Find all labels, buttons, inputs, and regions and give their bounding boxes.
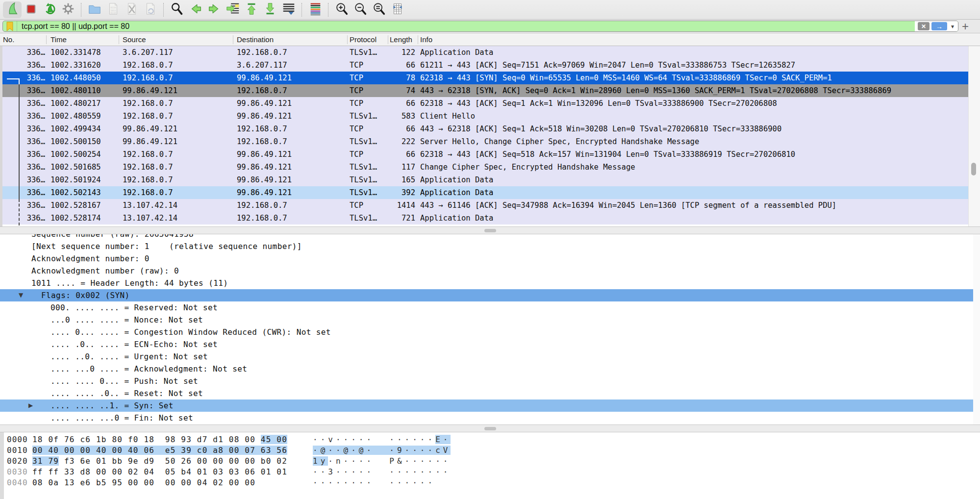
detail-text: ...0 .... .... = Nonce: Not set — [50, 314, 203, 326]
column-divider[interactable] — [233, 35, 233, 44]
column-header-no[interactable]: No. — [3, 35, 14, 44]
hex-row[interactable]: 0030ff ff 33 d8 00 00 02 04 05 b4 01 03 … — [0, 467, 980, 477]
packet-row[interactable]: 336…1002.50015099.86.49.121192.168.0.7TL… — [0, 135, 969, 148]
close-file-button[interactable] — [123, 1, 141, 18]
packet-row[interactable]: 336…1002.3314783.6.207.117192.168.0.7TLS… — [0, 46, 969, 59]
detail-line[interactable]: .... ...0 .... = Acknowledgment: Not set — [0, 363, 980, 375]
detail-line[interactable]: .... .... ...0 = Fin: Not set — [0, 412, 980, 424]
packet-row[interactable]: 336…1002.448050192.168.0.799.86.49.121TC… — [0, 72, 969, 84]
cell-dst: 99.86.49.121 — [237, 72, 292, 84]
toolbar: 011010110110 — [0, 0, 980, 20]
pane-splitter[interactable] — [0, 226, 980, 234]
column-divider[interactable] — [119, 35, 119, 44]
colorize-button[interactable] — [306, 1, 325, 18]
hex-ascii[interactable]: ··3····· ········ — [313, 467, 451, 477]
find-packet-button[interactable] — [168, 1, 186, 18]
packet-row[interactable]: 336…1002.480217192.168.0.799.86.49.121TC… — [0, 97, 969, 110]
reload-file-button[interactable] — [141, 1, 160, 18]
packet-row[interactable]: 336…1002.502143192.168.0.799.86.49.121TL… — [0, 186, 969, 199]
splitter-grip-icon[interactable] — [484, 229, 496, 232]
column-divider[interactable] — [46, 35, 47, 44]
hex-ascii[interactable]: ········ ······ — [313, 477, 435, 488]
column-header-length[interactable]: Length — [390, 35, 412, 44]
filter-bookmark-icon[interactable] — [3, 21, 17, 31]
hex-bytes[interactable]: 18 0f 76 c6 1b 80 f0 18 98 93 d7 d1 08 0… — [32, 434, 287, 445]
go-first-packet-button[interactable] — [242, 1, 261, 18]
hex-row[interactable]: 001000 40 00 00 40 00 40 06 e5 39 c0 a8 … — [0, 445, 980, 456]
window-left-edge — [0, 46, 2, 226]
hex-bytes[interactable]: 31 79 f3 6e 01 bb 9e d9 50 26 00 00 00 0… — [32, 456, 287, 467]
packet-row[interactable]: 336…1002.501924192.168.0.799.86.49.121TL… — [0, 174, 969, 186]
filter-dropdown-chevron-icon[interactable]: ▾ — [949, 23, 954, 30]
hex-row[interactable]: 000018 0f 76 c6 1b 80 f0 18 98 93 d7 d1 … — [0, 434, 980, 445]
detail-line[interactable]: [Next sequence number: 1 (relative seque… — [0, 240, 980, 252]
detail-line[interactable]: .... ..0. .... = Urgent: Not set — [0, 350, 980, 363]
hex-bytes[interactable]: ff ff 33 d8 00 00 02 04 05 b4 01 03 03 0… — [32, 467, 287, 477]
filter-clear-button[interactable]: ✕ — [918, 22, 930, 30]
packet-list-scrollbar-track[interactable] — [968, 46, 980, 226]
packet-row[interactable]: 336…1002.331620192.168.0.73.6.207.117TCP… — [0, 59, 969, 72]
cell-time: 1002.331478 — [50, 46, 101, 59]
expander-closed-icon[interactable]: ▶ — [28, 399, 33, 412]
stop-capture-button[interactable] — [22, 1, 40, 18]
detail-line[interactable]: ...0 .... .... = Nonce: Not set — [0, 314, 980, 326]
packet-row[interactable]: 336…1002.49943499.86.49.121192.168.0.7TC… — [0, 123, 969, 135]
hex-bytes[interactable]: 00 40 00 00 40 00 40 06 e5 39 c0 a8 00 0… — [32, 445, 287, 456]
cell-info: Change Cipher Spec, Encrypted Handshake … — [420, 161, 968, 174]
detail-line[interactable]: 000. .... .... = Reserved: Not set — [0, 301, 980, 314]
column-divider[interactable] — [347, 35, 348, 44]
packet-row[interactable]: 336…1002.52816713.107.42.14192.168.0.7TC… — [0, 199, 969, 212]
detail-line[interactable]: .... .... .0.. = Reset: Not set — [0, 387, 980, 399]
pane-splitter[interactable] — [0, 424, 980, 432]
packet-row[interactable]: 336…1002.501685192.168.0.799.86.49.121TL… — [0, 161, 969, 174]
detail-line[interactable]: Acknowledgment number: 0 — [0, 252, 980, 265]
filter-expression-text[interactable]: tcp.port == 80 || udp.port == 80 — [17, 22, 915, 31]
go-back-button[interactable] — [186, 1, 205, 18]
hex-ascii[interactable]: ··v····· ······E· — [313, 434, 451, 445]
restart-capture-button[interactable] — [40, 1, 59, 18]
filter-add-button[interactable]: + — [962, 20, 969, 33]
go-to-packet-button[interactable] — [224, 1, 242, 18]
display-filter-input[interactable]: tcp.port == 80 || udp.port == 80 ✕ → ▾ — [2, 21, 958, 32]
detail-line[interactable]: .... .0.. .... = ECN-Echo: Not set — [0, 338, 980, 350]
save-file-button[interactable]: 011010110110 — [104, 1, 123, 18]
details-scrollbar-track[interactable] — [973, 234, 980, 424]
detail-line-related[interactable]: ▶.... .... ..1. = Syn: Set — [0, 399, 973, 412]
hex-ascii[interactable]: 1y·n···· P&······ — [313, 456, 451, 467]
column-divider[interactable] — [418, 35, 418, 44]
packet-row[interactable]: 336…1002.480559192.168.0.799.86.49.121TL… — [0, 110, 969, 123]
resize-columns-button[interactable] — [388, 1, 407, 18]
column-header-source[interactable]: Source — [123, 35, 146, 44]
open-file-button[interactable] — [85, 1, 104, 18]
zoom-in-button[interactable] — [332, 1, 351, 18]
splitter-grip-icon[interactable] — [484, 427, 496, 430]
start-capture-button[interactable] — [3, 1, 22, 18]
column-header-protocol[interactable]: Protocol — [350, 35, 377, 44]
packet-list-scrollbar-thumb[interactable] — [971, 163, 976, 175]
detail-line-selected[interactable]: ▼Flags: 0x002 (SYN) — [0, 289, 973, 301]
detail-line[interactable]: .... 0... .... = Congestion Window Reduc… — [0, 326, 980, 338]
expander-open-icon[interactable]: ▼ — [19, 289, 24, 301]
hex-row[interactable]: 004008 0a 13 e6 b5 95 00 00 00 00 04 02 … — [0, 477, 980, 488]
zoom-out-button[interactable] — [351, 1, 370, 18]
go-forward-button[interactable] — [205, 1, 224, 18]
packet-row[interactable]: 336…1002.48011099.86.49.121192.168.0.7TC… — [0, 84, 969, 97]
column-header-time[interactable]: Time — [50, 35, 67, 44]
capture-options-button[interactable] — [59, 1, 77, 18]
column-divider[interactable] — [388, 35, 388, 44]
detail-line[interactable]: 1011 .... = Header Length: 44 bytes (11) — [0, 277, 980, 289]
packet-row[interactable]: 336…1002.500254192.168.0.799.86.49.121TC… — [0, 148, 969, 161]
filter-apply-button[interactable]: → — [931, 22, 947, 30]
detail-line[interactable]: .... .... 0... = Push: Not set — [0, 375, 980, 387]
hex-ascii[interactable]: ·@··@·@· ·9····cV — [313, 445, 451, 456]
go-last-packet-button[interactable] — [261, 1, 279, 18]
auto-scroll-button[interactable] — [279, 1, 298, 18]
detail-line[interactable]: Acknowledgment number (raw): 0 — [0, 265, 980, 277]
hex-bytes[interactable]: 08 0a 13 e6 b5 95 00 00 00 00 04 02 00 0… — [32, 477, 255, 488]
zoom-reset-button[interactable] — [370, 1, 388, 18]
detail-line[interactable]: Sequence number (raw): 2665041958 — [0, 234, 980, 240]
column-header-info[interactable]: Info — [420, 35, 432, 44]
packet-row[interactable]: 336…1002.52817413.107.42.14192.168.0.7TL… — [0, 212, 969, 225]
hex-row[interactable]: 002031 79 f3 6e 01 bb 9e d9 50 26 00 00 … — [0, 456, 980, 467]
column-header-destination[interactable]: Destination — [237, 35, 274, 44]
